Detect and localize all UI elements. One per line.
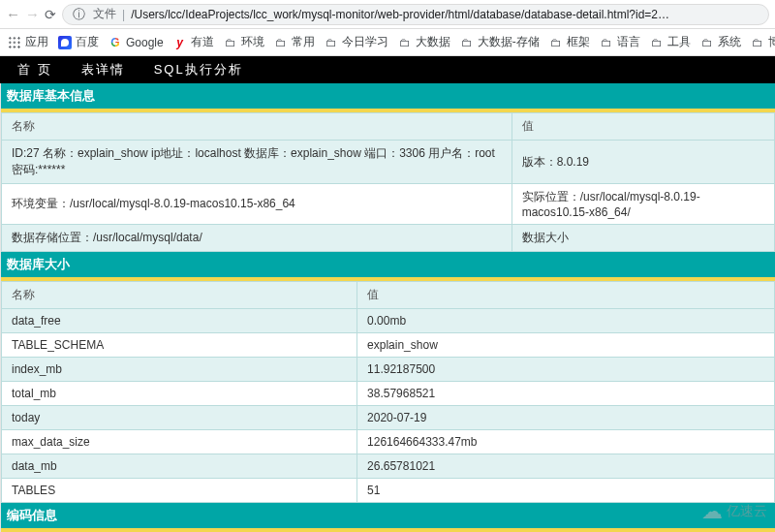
baidu-icon <box>58 36 72 49</box>
table-row: max_data_size126164664333.47mb <box>2 430 775 454</box>
folder-icon: 🗀 <box>224 36 237 49</box>
table-row: 环境变量：/usr/local/mysql-8.0.19-macos10.15-… <box>2 184 775 225</box>
cell-key: 数据存储位置：/usr/local/mysql/data/ <box>2 225 512 252</box>
table-basic-info: 名称 值 ID:27 名称：explain_show ip地址：localhos… <box>1 112 775 252</box>
cell-value: 11.92187500 <box>357 358 775 382</box>
bookmark-label: 百度 <box>76 34 99 50</box>
section-header-basic: 数据库基本信息 <box>1 83 775 112</box>
bookmark-label: 环境 <box>241 34 264 50</box>
table-row: total_mb38.57968521 <box>2 382 775 406</box>
forward-icon[interactable]: → <box>25 6 39 22</box>
bookmark-folder[interactable]: 🗀系统 <box>700 34 741 50</box>
cell-value: 38.57968521 <box>357 382 775 406</box>
cell-value: 51 <box>357 479 775 503</box>
folder-icon: 🗀 <box>700 36 714 49</box>
cell-key: TABLES <box>2 479 357 503</box>
top-nav: 首 页 表详情 SQL执行分析 <box>0 56 775 83</box>
bookmark-label: 系统 <box>718 34 741 50</box>
bookmark-youdao[interactable]: y有道 <box>173 34 214 50</box>
youdao-icon: y <box>173 36 187 49</box>
bookmark-folder[interactable]: 🗀博主 <box>751 34 775 50</box>
table-row: data_free0.00mb <box>2 309 775 333</box>
table-row: 数据存储位置：/usr/local/mysql/data/数据大小 <box>2 225 775 252</box>
nav-table-detail[interactable]: 表详情 <box>81 61 125 78</box>
section-header-charset: 编码信息 <box>1 503 775 532</box>
folder-icon: 🗀 <box>751 36 764 49</box>
bookmark-label: 今日学习 <box>342 34 388 50</box>
bookmark-folder[interactable]: 🗀语言 <box>600 34 640 50</box>
reload-icon[interactable]: ⟳ <box>45 7 56 22</box>
browser-toolbar: ← → ⟳ ⓘ 文件 | /Users/lcc/IdeaProjects/lcc… <box>0 0 775 29</box>
info-icon: ⓘ <box>71 6 87 23</box>
cell-key: total_mb <box>2 382 357 406</box>
cell-key: data_mb <box>2 454 357 479</box>
bookmark-label: Google <box>126 36 164 49</box>
back-icon[interactable]: ← <box>6 6 19 22</box>
table-db-size: 名称 值 data_free0.00mbTABLE_SCHEMAexplain_… <box>1 281 775 503</box>
table-row: index_mb11.92187500 <box>2 358 775 382</box>
address-bar[interactable]: ⓘ 文件 | /Users/lcc/IdeaProjects/lcc_work/… <box>62 4 769 25</box>
folder-icon: 🗀 <box>274 36 288 49</box>
col-value: 值 <box>357 282 775 309</box>
cell-value: 数据大小 <box>512 225 774 252</box>
bookmark-label: 应用 <box>25 34 48 50</box>
bookmark-label: 有道 <box>191 34 214 50</box>
table-row: ID:27 名称：explain_show ip地址：localhost 数据库… <box>2 141 775 184</box>
bookmark-label: 语言 <box>617 34 640 50</box>
cell-value: 实际位置：/usr/local/mysql-8.0.19-macos10.15-… <box>512 184 774 225</box>
bookmark-google[interactable]: GGoogle <box>108 36 164 49</box>
url-text: /Users/lcc/IdeaProjects/lcc_work/mysql-m… <box>131 8 673 21</box>
table-row: TABLE_SCHEMAexplain_show <box>2 333 775 358</box>
bookmark-folder[interactable]: 🗀大数据 <box>398 34 450 50</box>
bookmark-folder[interactable]: 🗀大数据-存储 <box>460 34 540 50</box>
cell-value: 0.00mb <box>357 309 775 333</box>
folder-icon: 🗀 <box>549 36 563 49</box>
col-name: 名称 <box>2 113 512 141</box>
apps-icon <box>8 36 21 49</box>
folder-icon: 🗀 <box>325 36 338 49</box>
folder-icon: 🗀 <box>460 36 474 49</box>
section-header-size: 数据库大小 <box>1 252 775 281</box>
nav-home[interactable]: 首 页 <box>17 61 52 78</box>
url-scheme-label: 文件 <box>93 6 116 22</box>
bookmark-folder[interactable]: 🗀工具 <box>650 34 691 50</box>
cell-value: 26.65781021 <box>357 454 775 479</box>
col-value: 值 <box>512 113 774 141</box>
folder-icon: 🗀 <box>650 36 664 49</box>
bookmark-baidu[interactable]: 百度 <box>58 34 99 50</box>
cell-key: data_free <box>2 309 357 333</box>
bookmark-label: 大数据 <box>416 34 450 50</box>
cell-value: 126164664333.47mb <box>357 430 775 454</box>
bookmark-folder[interactable]: 🗀今日学习 <box>325 34 388 50</box>
cell-key: TABLE_SCHEMA <box>2 333 357 358</box>
url-separator: | <box>122 8 125 21</box>
cell-key: max_data_size <box>2 430 357 454</box>
folder-icon: 🗀 <box>600 36 613 49</box>
bookmark-label: 博主 <box>768 34 775 50</box>
table-row: today2020-07-19 <box>2 406 775 430</box>
cell-value: 2020-07-19 <box>357 406 775 430</box>
cell-key: index_mb <box>2 358 357 382</box>
bookmark-folder[interactable]: 🗀环境 <box>224 34 264 50</box>
nav-sql-explain[interactable]: SQL执行分析 <box>154 61 243 78</box>
cell-key: 环境变量：/usr/local/mysql-8.0.19-macos10.15-… <box>2 184 512 225</box>
bookmark-label: 框架 <box>567 34 590 50</box>
cell-key: today <box>2 406 357 430</box>
cell-value: 版本：8.0.19 <box>512 141 774 184</box>
bookmark-label: 工具 <box>667 34 691 50</box>
table-row: TABLES51 <box>2 479 775 503</box>
folder-icon: 🗀 <box>398 36 412 49</box>
google-icon: G <box>108 36 122 49</box>
bookmark-label: 常用 <box>292 34 315 50</box>
bookmark-folder[interactable]: 🗀框架 <box>549 34 590 50</box>
table-row: data_mb26.65781021 <box>2 454 775 479</box>
bookmark-label: 大数据-存储 <box>478 34 540 50</box>
bookmarks-bar: 应用 百度 GGoogle y有道 🗀环境 🗀常用 🗀今日学习 🗀大数据 🗀大数… <box>0 29 775 56</box>
col-name: 名称 <box>2 282 357 309</box>
cell-key: ID:27 名称：explain_show ip地址：localhost 数据库… <box>2 141 512 184</box>
bookmark-apps[interactable]: 应用 <box>8 34 48 50</box>
page-content: 数据库基本信息 名称 值 ID:27 名称：explain_show ip地址：… <box>0 83 775 532</box>
cell-value: explain_show <box>357 333 775 358</box>
bookmark-folder[interactable]: 🗀常用 <box>274 34 315 50</box>
